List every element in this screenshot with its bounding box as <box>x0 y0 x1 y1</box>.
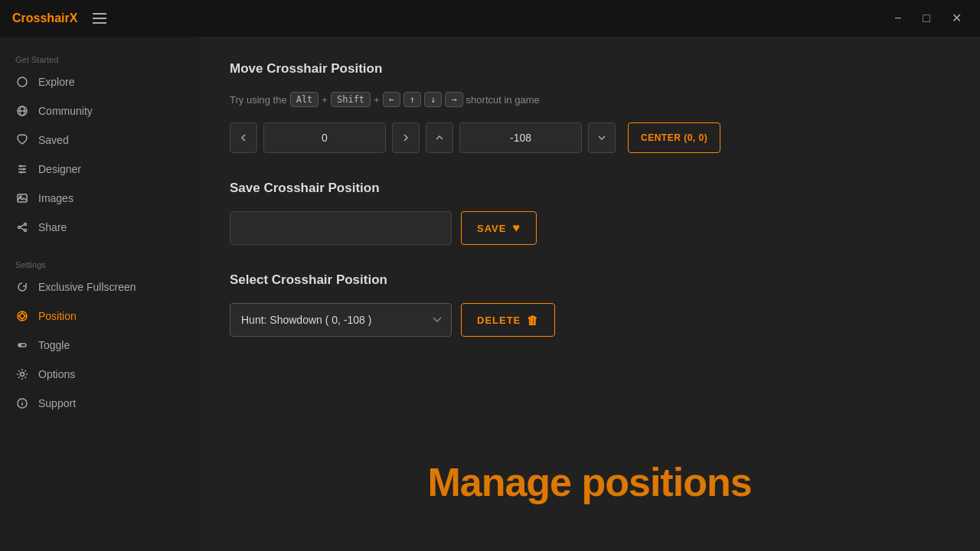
sidebar-item-saved[interactable]: Saved <box>0 126 199 155</box>
svg-point-8 <box>23 168 25 171</box>
sidebar-label-explore: Explore <box>38 76 74 88</box>
titlebar: CrosshairX − □ ✕ <box>0 0 980 37</box>
sidebar: Get Started Explore Community Saved Desi… <box>0 37 199 551</box>
move-section: Move Crosshair Position Try using the Al… <box>230 61 949 153</box>
sidebar-item-share[interactable]: Share <box>0 213 199 242</box>
sidebar-label-share: Share <box>38 221 67 233</box>
sidebar-item-community[interactable]: Community <box>0 96 199 126</box>
svg-point-12 <box>24 223 27 226</box>
select-row: Hunt: Showdown ( 0, -108 ) DELETE 🗑 <box>230 303 949 337</box>
sidebar-item-toggle[interactable]: Toggle <box>0 331 199 360</box>
menu-toggle-button[interactable] <box>90 10 109 27</box>
svg-point-9 <box>21 171 23 174</box>
shortcut-prefix: Try using the <box>230 94 287 106</box>
center-button[interactable]: CENTER (0, 0) <box>628 122 720 153</box>
sidebar-label-designer: Designer <box>38 163 81 175</box>
app-name-text: Crosshair <box>12 11 70 24</box>
sidebar-item-position[interactable]: Position <box>0 302 199 331</box>
sidebar-section-settings: Settings <box>0 254 199 272</box>
svg-point-11 <box>20 196 21 197</box>
save-section: Save Crosshair Position SAVE ♥ <box>230 181 949 245</box>
key-arrow-right: → <box>445 92 462 107</box>
svg-point-0 <box>18 77 27 86</box>
sidebar-item-explore[interactable]: Explore <box>0 67 199 96</box>
maximize-button[interactable]: □ <box>916 9 936 28</box>
delete-button[interactable]: DELETE 🗑 <box>461 303 555 337</box>
sidebar-label-toggle: Toggle <box>38 339 70 351</box>
image-icon <box>15 191 29 205</box>
app-title: CrosshairX <box>12 11 77 25</box>
main-layout: Get Started Explore Community Saved Desi… <box>0 37 980 551</box>
app-name-highlight: X <box>70 11 78 24</box>
titlebar-left: CrosshairX <box>12 10 109 27</box>
share-icon <box>15 220 29 234</box>
sliders-icon <box>15 162 29 176</box>
y-increment-button[interactable] <box>588 122 616 153</box>
sidebar-item-images[interactable]: Images <box>0 184 199 213</box>
svg-point-13 <box>18 227 21 229</box>
sidebar-label-community: Community <box>38 105 93 117</box>
key-arrow-up: ↑ <box>403 92 421 107</box>
heart-filled-icon: ♥ <box>512 221 521 235</box>
sidebar-item-options[interactable]: Options <box>0 360 199 389</box>
shortcut-hint: Try using the Alt + Shift + ← ↑ ↓ → shor… <box>230 92 949 107</box>
y-decrement-button[interactable] <box>426 122 453 153</box>
sidebar-section-get-started: Get Started <box>0 49 199 67</box>
watermark-text: Manage positions <box>427 459 751 505</box>
sidebar-label-images: Images <box>38 192 74 204</box>
save-row: SAVE ♥ <box>230 211 949 245</box>
x-decrement-button[interactable] <box>230 122 257 153</box>
move-section-title: Move Crosshair Position <box>230 61 949 77</box>
svg-line-16 <box>21 228 24 230</box>
toggle-icon <box>15 338 29 352</box>
save-name-input[interactable] <box>230 211 452 245</box>
sidebar-label-exclusive-fullscreen: Exclusive Fullscreen <box>38 281 136 293</box>
info-icon <box>15 396 29 410</box>
sidebar-item-support[interactable]: Support <box>0 389 199 418</box>
heart-icon <box>15 133 29 147</box>
key-alt: Alt <box>290 92 319 107</box>
content-area: Move Crosshair Position Try using the Al… <box>199 37 980 551</box>
save-btn-label: SAVE <box>477 223 506 234</box>
window-controls: − □ ✕ <box>888 9 968 28</box>
svg-point-27 <box>22 401 23 402</box>
refresh-icon <box>15 280 29 294</box>
close-button[interactable]: ✕ <box>946 9 968 28</box>
sidebar-item-designer[interactable]: Designer <box>0 155 199 184</box>
sidebar-label-position: Position <box>38 310 77 322</box>
globe-icon <box>15 104 29 118</box>
key-arrow-left: ← <box>383 92 400 107</box>
circle-icon <box>15 75 29 89</box>
select-section-title: Select Crosshair Position <box>230 272 949 288</box>
svg-point-24 <box>21 373 24 377</box>
key-arrow-down: ↓ <box>424 92 442 107</box>
sidebar-label-options: Options <box>38 368 75 380</box>
shortcut-suffix: shortcut in game <box>466 94 540 106</box>
position-select[interactable]: Hunt: Showdown ( 0, -108 ) <box>230 303 452 337</box>
y-position-input[interactable] <box>459 122 582 153</box>
minimize-button[interactable]: − <box>888 9 907 28</box>
position-controls: CENTER (0, 0) <box>230 122 949 153</box>
sidebar-label-support: Support <box>38 397 76 409</box>
save-button[interactable]: SAVE ♥ <box>461 211 537 245</box>
gear-icon <box>15 367 29 381</box>
x-increment-button[interactable] <box>392 122 420 153</box>
delete-btn-label: DELETE <box>477 315 521 326</box>
svg-point-14 <box>24 230 27 232</box>
svg-point-23 <box>18 344 21 347</box>
svg-point-18 <box>20 314 24 318</box>
svg-line-15 <box>21 225 24 227</box>
sidebar-label-saved: Saved <box>38 134 69 146</box>
trash-icon: 🗑 <box>527 314 539 327</box>
select-section: Select Crosshair Position Hunt: Showdown… <box>230 272 949 337</box>
sidebar-item-exclusive-fullscreen[interactable]: Exclusive Fullscreen <box>0 272 199 302</box>
x-position-input[interactable] <box>263 122 386 153</box>
target-icon <box>15 309 29 323</box>
key-shift: Shift <box>331 92 371 107</box>
save-section-title: Save Crosshair Position <box>230 181 949 196</box>
svg-point-7 <box>20 165 22 168</box>
